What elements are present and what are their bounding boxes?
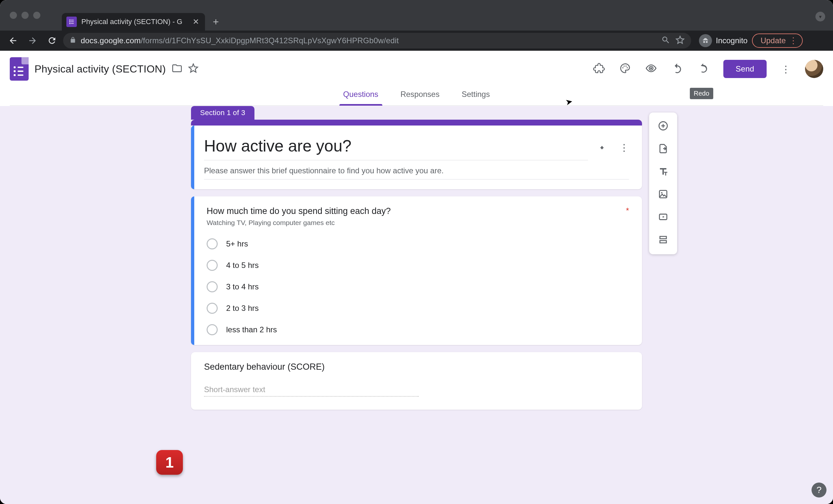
question-card-1[interactable]: How much time do you spend sitting each … xyxy=(191,196,642,345)
doc-title[interactable]: Physical activity (SECTION) xyxy=(34,63,166,75)
section-description[interactable]: Please answer this brief questionnaire t… xyxy=(204,166,629,179)
svg-rect-1 xyxy=(71,20,74,21)
window-max-dot[interactable] xyxy=(33,12,40,19)
browser-tab-title: Physical activity (SECTION) - G xyxy=(81,18,187,26)
lock-icon xyxy=(70,37,76,45)
radio-icon xyxy=(207,281,218,292)
tab-responses[interactable]: Responses xyxy=(397,84,444,105)
question-title[interactable]: How much time do you spend sitting each … xyxy=(207,206,620,216)
add-title-icon[interactable] xyxy=(658,166,669,178)
svg-point-8 xyxy=(625,65,627,67)
svg-point-9 xyxy=(627,67,628,69)
nav-forward-button[interactable] xyxy=(24,32,41,49)
question-title[interactable]: Sedentary behaviour (SCORE) xyxy=(204,362,629,372)
browser-toolbar: docs.google.com/forms/d/1FChYsSU_XxkiDpg… xyxy=(0,30,833,51)
option-label: 4 to 5 hrs xyxy=(226,261,259,270)
incognito-label: Incognito xyxy=(716,36,747,45)
undo-icon[interactable] xyxy=(671,62,683,75)
chrome-menu-icon[interactable]: ⋮ xyxy=(789,36,798,46)
svg-rect-16 xyxy=(660,241,666,243)
svg-rect-5 xyxy=(71,23,74,24)
svg-point-13 xyxy=(661,192,663,194)
address-path: /forms/d/1FChYsSU_XxkiDpgpMRt3Q412SRqLpV… xyxy=(141,36,399,45)
svg-rect-0 xyxy=(69,20,70,21)
option-row[interactable]: 4 to 5 hrs xyxy=(207,260,629,271)
tabs-row: Physical activity (SECTION) - G ✕ + xyxy=(62,0,227,30)
option-label: less than 2 hrs xyxy=(226,325,277,334)
browser-tab-strip: Physical activity (SECTION) - G ✕ + xyxy=(0,0,833,30)
section-header-card[interactable]: ⋮ Please answer this brief questionnaire… xyxy=(191,120,642,189)
svg-point-7 xyxy=(623,65,625,67)
incognito-indicator[interactable]: Incognito xyxy=(699,34,747,47)
add-video-icon[interactable] xyxy=(658,211,669,224)
address-text: docs.google.com/forms/d/1FChYsSU_XxkiDpg… xyxy=(81,36,399,45)
svg-point-6 xyxy=(622,67,623,69)
more-icon[interactable]: ⋮ xyxy=(781,64,791,75)
nav-back-button[interactable] xyxy=(4,32,22,49)
svg-rect-4 xyxy=(69,23,70,24)
svg-rect-15 xyxy=(660,236,666,239)
tab-close-icon[interactable]: ✕ xyxy=(191,16,200,28)
section-menu-icon[interactable]: ⋮ xyxy=(619,142,629,153)
help-button[interactable]: ? xyxy=(811,482,827,498)
forms-favicon xyxy=(66,17,77,27)
section-chip: Section 1 of 3 xyxy=(191,106,255,120)
avatar[interactable] xyxy=(805,60,823,78)
radio-icon xyxy=(207,324,218,335)
annotation-marker-1: 1 xyxy=(156,450,183,475)
update-button[interactable]: Update ⋮ xyxy=(752,33,803,48)
new-tab-button[interactable]: + xyxy=(205,13,227,30)
form-canvas: Section 1 of 3 ⋮ Please answer this brie… xyxy=(191,106,642,410)
addons-icon[interactable] xyxy=(593,62,605,75)
question-description[interactable]: Watching TV, Playing computer games etc xyxy=(207,219,629,227)
radio-icon xyxy=(207,238,218,249)
short-answer-placeholder: Short-answer text xyxy=(204,385,419,397)
update-label: Update xyxy=(760,36,785,45)
address-host: docs.google.com xyxy=(81,36,141,45)
window-traffic-lights xyxy=(0,12,40,19)
svg-point-10 xyxy=(650,67,652,69)
omnibox-search-icon[interactable] xyxy=(661,35,670,46)
options-list: 5+ hrs 4 to 5 hrs 3 to 4 hrs 2 to 3 hrs … xyxy=(207,238,629,335)
option-label: 3 to 4 hrs xyxy=(226,282,259,291)
add-section-icon[interactable] xyxy=(658,234,669,247)
option-label: 5+ hrs xyxy=(226,239,248,248)
move-to-folder-icon[interactable] xyxy=(172,63,182,75)
browser-tab[interactable]: Physical activity (SECTION) - G ✕ xyxy=(62,13,205,30)
svg-rect-3 xyxy=(71,22,74,22)
send-button[interactable]: Send xyxy=(723,60,767,78)
bookmark-star-icon[interactable] xyxy=(675,35,685,46)
question-card-2[interactable]: Sedentary behaviour (SCORE) Short-answer… xyxy=(191,352,642,410)
import-questions-icon[interactable] xyxy=(658,143,669,155)
required-star-icon: * xyxy=(626,206,629,215)
option-row[interactable]: 2 to 3 hrs xyxy=(207,303,629,314)
tab-questions[interactable]: Questions xyxy=(339,84,382,105)
window-min-dot[interactable] xyxy=(22,12,29,19)
palette-icon[interactable] xyxy=(619,62,631,75)
radio-icon xyxy=(207,303,218,314)
incognito-icon xyxy=(699,34,712,47)
forms-logo-icon[interactable] xyxy=(10,57,29,81)
tabstrip-menu-icon[interactable] xyxy=(815,12,825,22)
nav-reload-button[interactable] xyxy=(44,32,61,49)
add-image-icon[interactable] xyxy=(658,188,669,201)
tab-settings[interactable]: Settings xyxy=(458,84,494,105)
radio-icon xyxy=(207,260,218,271)
preview-icon[interactable] xyxy=(645,62,657,75)
add-question-icon[interactable] xyxy=(658,120,669,133)
option-row[interactable]: 3 to 4 hrs xyxy=(207,281,629,292)
collapse-section-icon[interactable] xyxy=(598,143,606,152)
floating-toolbar xyxy=(649,112,677,254)
svg-rect-2 xyxy=(69,22,70,22)
star-icon[interactable] xyxy=(188,63,198,75)
option-row[interactable]: 5+ hrs xyxy=(207,238,629,249)
option-label: 2 to 3 hrs xyxy=(226,304,259,313)
redo-icon[interactable] xyxy=(697,62,709,75)
workspace: Section 1 of 3 ⋮ Please answer this brie… xyxy=(0,106,833,504)
address-bar[interactable]: docs.google.com/forms/d/1FChYsSU_XxkiDpg… xyxy=(63,33,691,48)
section-title-input[interactable] xyxy=(204,135,588,160)
redo-tooltip: Redo xyxy=(690,88,713,99)
window-close-dot[interactable] xyxy=(10,12,17,19)
option-row[interactable]: less than 2 hrs xyxy=(207,324,629,335)
